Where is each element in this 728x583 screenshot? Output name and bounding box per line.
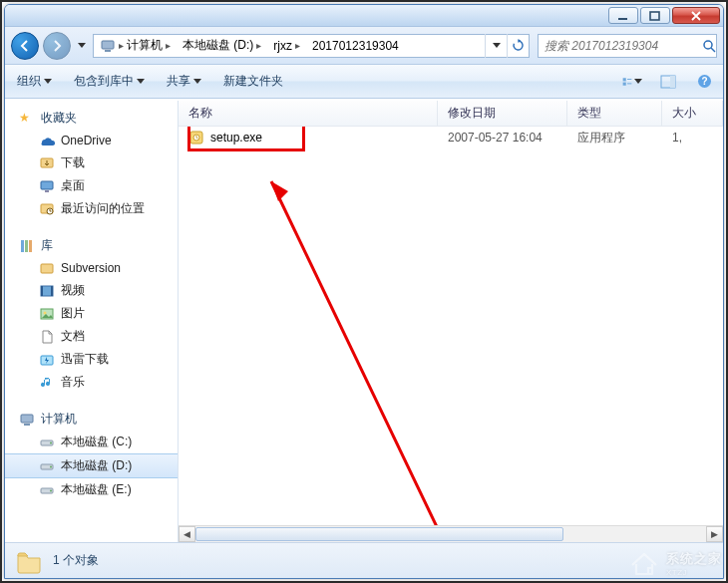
navbar: ▸ 计算机 ▸ 本地磁盘 (D:) ▸ rjxz ▸ 2017012319304 [5,27,723,65]
maximize-button[interactable] [640,7,670,24]
preview-pane-button[interactable] [657,71,679,93]
sidebar-item-drive-c[interactable]: 本地磁盘 (C:) [5,431,178,453]
forward-button[interactable] [43,32,71,60]
breadcrumb-item-2[interactable]: 2017012319304 [306,35,405,57]
column-type[interactable]: 类型 [567,101,662,126]
breadcrumb-item-1[interactable]: rjxz ▸ [267,35,306,57]
svg-marker-40 [271,181,288,201]
view-options-button[interactable] [621,71,643,93]
scroll-track[interactable] [195,526,706,542]
sidebar-item-music[interactable]: 音乐 [5,371,178,394]
svg-point-4 [704,41,712,49]
sidebar-item-drive-d[interactable]: 本地磁盘 (D:) [5,453,178,478]
sidebar-item-downloads[interactable]: 下载 [5,151,178,174]
sidebar-item-thunder[interactable]: 迅雷下载 [5,348,178,371]
address-dropdown[interactable] [485,34,507,58]
thunder-icon [39,352,55,368]
sidebar-item-desktop[interactable]: 桌面 [5,174,178,197]
svg-rect-22 [41,264,53,273]
column-name[interactable]: 名称 [179,101,438,126]
help-icon: ? [697,74,712,89]
refresh-icon [512,39,525,52]
svg-rect-25 [51,286,53,296]
drive-icon [39,482,55,498]
organize-menu[interactable]: 组织 [13,65,56,98]
scroll-right-button[interactable]: ▶ [706,526,723,542]
refresh-button[interactable] [507,34,529,58]
svg-rect-19 [21,240,24,252]
svg-rect-7 [623,82,626,85]
explorer-window: ▸ 计算机 ▸ 本地磁盘 (D:) ▸ rjxz ▸ 2017012319304 [4,4,724,579]
file-size: 1, [672,131,682,145]
sidebar-item-drive-e[interactable]: 本地磁盘 (E:) [5,478,178,501]
navigation-pane[interactable]: ★ 收藏夹 OneDrive 下载 桌面 最近访问的位置 库 Subversio… [5,101,179,542]
svg-point-27 [44,311,47,314]
favorites-group: ★ 收藏夹 OneDrive 下载 桌面 最近访问的位置 [5,107,178,220]
content-pane: 名称 修改日期 类型 大小 setup.exe 2007-05-27 16:04… [179,101,723,542]
breadcrumb-item-0[interactable]: 本地磁盘 (D:) ▸ [177,35,267,57]
titlebar [5,5,723,27]
status-text: 1 个对象 [53,552,99,569]
sidebar-item-pictures[interactable]: 图片 [5,302,178,325]
svg-rect-0 [618,18,627,20]
search-icon[interactable] [701,39,716,53]
onedrive-icon [39,133,55,148]
panel-icon [660,75,676,89]
recent-icon [39,201,55,217]
drive-icon [39,458,55,474]
sidebar-item-videos[interactable]: 视频 [5,279,178,302]
column-date[interactable]: 修改日期 [438,101,567,126]
svg-rect-11 [670,76,675,88]
svg-line-5 [711,48,715,52]
svg-point-36 [50,489,52,491]
favorites-header[interactable]: ★ 收藏夹 [5,107,178,130]
star-icon: ★ [19,111,35,127]
picture-icon [39,306,55,322]
drive-icon [39,435,55,450]
scroll-thumb[interactable] [195,527,563,541]
file-name: setup.exe [210,131,262,145]
scroll-left-button[interactable]: ◀ [179,526,195,542]
share-menu[interactable]: 共享 [163,65,205,98]
address-bar[interactable]: ▸ 计算机 ▸ 本地磁盘 (D:) ▸ rjxz ▸ 2017012319304 [93,34,530,58]
column-headers[interactable]: 名称 修改日期 类型 大小 [179,101,723,127]
back-button[interactable] [11,32,39,60]
svg-rect-29 [21,415,33,423]
download-icon [39,155,55,171]
sidebar-item-onedrive[interactable]: OneDrive [5,130,178,151]
file-row[interactable]: setup.exe 2007-05-27 16:04 应用程序 1, [179,127,723,148]
history-dropdown[interactable] [75,43,89,48]
help-button[interactable]: ? [693,71,715,93]
computer-icon [19,412,35,428]
svg-rect-16 [45,190,49,192]
view-icon [622,75,632,89]
desktop-icon [39,178,55,194]
svg-rect-30 [24,424,30,426]
minimize-button[interactable] [608,7,638,24]
column-size[interactable]: 大小 [662,101,723,126]
search-input[interactable] [539,39,701,53]
horizontal-scrollbar[interactable]: ◀ ▶ [179,525,723,542]
sidebar-item-recent[interactable]: 最近访问的位置 [5,197,178,220]
file-list[interactable]: setup.exe 2007-05-27 16:04 应用程序 1, [179,127,723,525]
computer-group: 计算机 本地磁盘 (C:) 本地磁盘 (D:) 本地磁盘 (E:) [5,408,178,501]
breadcrumb-root[interactable]: ▸ 计算机 ▸ [94,35,177,57]
sidebar-item-documents[interactable]: 文档 [5,325,178,348]
search-box[interactable] [538,34,717,58]
svg-text:?: ? [701,76,707,87]
svg-rect-1 [650,12,659,20]
close-button[interactable] [672,7,720,24]
computer-icon [100,38,116,54]
svg-line-39 [271,181,441,525]
body: ★ 收藏夹 OneDrive 下载 桌面 最近访问的位置 库 Subversio… [5,101,723,542]
svg-rect-15 [41,181,53,189]
svg-rect-20 [25,240,28,252]
sidebar-item-subversion[interactable]: Subversion [5,257,178,279]
svg-rect-6 [623,78,626,81]
computer-header[interactable]: 计算机 [5,408,178,431]
libraries-header[interactable]: 库 [5,234,178,257]
libraries-group: 库 Subversion 视频 图片 文档 迅雷下载 音乐 [5,234,178,394]
include-in-library-menu[interactable]: 包含到库中 [70,65,149,98]
new-folder-button[interactable]: 新建文件夹 [219,65,287,98]
svg-rect-2 [102,41,114,49]
